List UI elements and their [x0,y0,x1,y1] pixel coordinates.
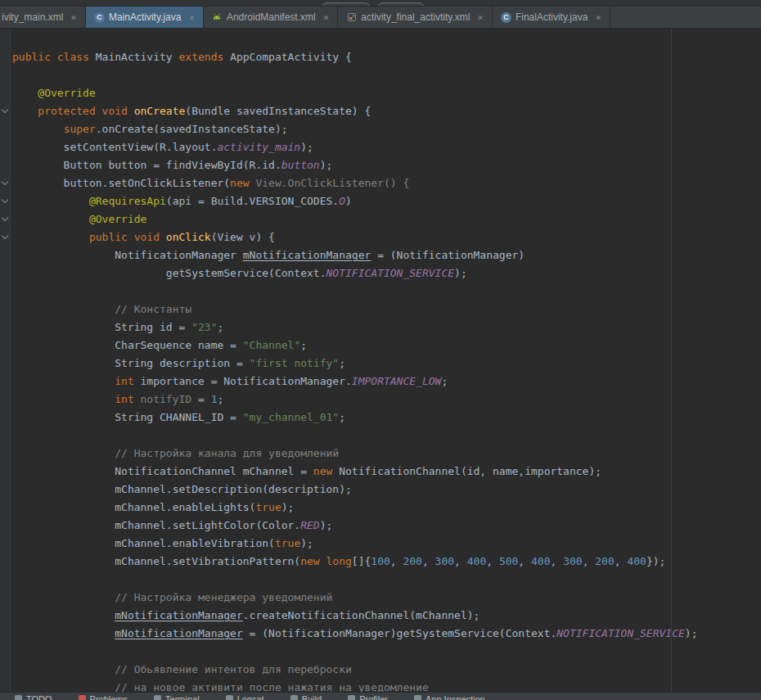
code-token: @Override [38,87,95,99]
code-token: mChannel.setVibrationPattern( [12,555,300,567]
code-token: extends [179,51,231,63]
code-line[interactable] [12,643,698,661]
code-token [12,303,115,315]
code-line[interactable]: CharSequence name = "Channel"; [12,336,698,355]
tab-label: FinalActivity.java [516,7,588,29]
code-line[interactable]: public class MainActivity extends AppCom… [12,48,698,66]
close-tab-icon[interactable]: ✕ [595,13,601,22]
code-line[interactable]: // Обьявление интентов для переброски [12,661,698,679]
editor-tab[interactable]: AndroidManifest.xml✕ [204,7,338,28]
close-tab-icon[interactable]: ✕ [477,13,484,22]
code-line[interactable] [12,571,698,589]
code-line[interactable]: setContentView(R.layout.activity_main); [12,138,698,156]
code-token [12,87,38,99]
editor-tab[interactable]: CMainActivity.java✕ [86,7,204,28]
tool-window-button[interactable]: Problems [79,694,128,700]
code-line[interactable]: mChannel.setLightColor(Color.RED); [12,517,698,535]
code-token: "Channel" [243,339,300,351]
code-token: Button button = findViewById(R.id. [12,159,281,171]
close-tab-icon[interactable]: ✕ [323,13,330,22]
code-token: 500 [499,555,518,567]
fold-arrow-icon[interactable] [2,178,8,185]
code-token [12,663,115,675]
code-line[interactable]: // Настройка канала для уведомлений [12,445,698,463]
code-token: NOTIFICATION_SERVICE [326,267,455,279]
editor-tab[interactable]: ivity_main.xml✕ [0,7,86,28]
code-token: RED [300,519,319,531]
code-line[interactable]: mNotificationManager.createNotificationC… [12,607,698,625]
code-token: mChannel.enableLights( [12,501,255,513]
code-line[interactable]: int importance = NotificationManager.IMP… [12,373,698,391]
code-token: button.setOnClickListener( [12,177,230,189]
code-token: MainActivity [96,51,179,63]
code-line[interactable]: @RequiresApi(api = Build.VERSION_CODES.O… [12,192,698,210]
code-line[interactable]: mChannel.setVibrationPattern(new long[]{… [12,553,698,571]
code-token: notifyID [141,393,192,405]
main-toolbar-clipped [0,0,761,7]
code-token: public void [89,231,166,243]
tool-window-button[interactable]: Profiler [348,694,388,700]
code-line[interactable]: super.onCreate(savedInstanceState); [12,120,698,138]
code-token [12,627,115,639]
code-token: new long [300,555,352,567]
tool-window-button[interactable]: TODO [15,694,52,700]
fold-arrow-icon[interactable] [2,106,8,113]
logcat-icon [226,695,233,700]
code-line[interactable]: public void onClick(View v) { [12,228,698,246]
code-line[interactable] [12,282,698,300]
code-line[interactable]: mChannel.setDescription(description); [12,481,698,499]
code-token: NOTIFICATION_SERVICE [556,627,685,639]
code-token: IMPORTANCE_LOW [352,375,442,387]
code-line[interactable]: mNotificationManager = (NotificationMana… [12,625,698,643]
code-line[interactable]: NotificationChannel mChannel = new Notif… [12,463,698,481]
fold-arrow-icon[interactable] [2,196,8,203]
code-line[interactable]: // на новое активити после нажатия на ув… [12,679,698,692]
code-token: String CHANNEL_ID = [12,411,243,423]
code-token: 400 [467,555,486,567]
code-lines[interactable]: public class MainActivity extends AppCom… [11,29,698,692]
code-line[interactable]: int notifyID = 1; [12,391,698,409]
code-line[interactable]: mChannel.enableVibration(true); [12,535,698,553]
code-line[interactable]: String description = "first notify"; [12,355,698,373]
editor-tab[interactable]: activity_final_activtity.xml✕ [338,7,493,28]
code-line[interactable]: // Константы [12,300,698,318]
code-token [12,195,89,207]
android-studio-window: ivity_main.xml✕CMainActivity.java✕Androi… [0,0,761,29]
tool-window-button[interactable]: App Inspection [414,694,485,700]
code-line[interactable]: protected void onCreate(Bundle savedInst… [12,102,698,120]
code-token: true [275,537,300,549]
code-line[interactable]: NotificationManager mNotificationManager… [12,246,698,264]
tool-window-button[interactable]: Terminal [154,694,200,700]
code-token: importance = NotificationManager. [141,375,352,387]
code-line[interactable]: mChannel.enableLights(true); [12,499,698,517]
code-token: ; [339,357,345,369]
code-line[interactable]: String id = "23"; [12,318,698,336]
toolbar-widget[interactable] [322,2,371,7]
tool-window-label: Terminal [165,694,200,700]
code-line[interactable]: getSystemService(Context.NOTIFICATION_SE… [12,264,698,282]
fold-arrow-icon[interactable] [2,233,8,239]
code-line[interactable]: // Настройка менеджера уведомлений [12,589,698,607]
code-token: = [191,393,210,405]
code-line[interactable] [12,427,698,445]
code-token [12,393,115,405]
code-line[interactable] [12,66,698,84]
code-line[interactable]: button.setOnClickListener(new View.OnCli… [12,174,698,192]
code-token [12,681,115,692]
code-line[interactable]: @Override [12,210,698,228]
tool-window-button[interactable]: Build [290,694,322,700]
code-token: "first notify" [250,357,340,369]
editor-tab[interactable]: CFinalActivity.java✕ [493,7,610,28]
code-line[interactable]: String CHANNEL_ID = "my_channel_01"; [12,409,698,427]
tool-window-button[interactable]: Logcat [226,694,264,700]
close-tab-icon[interactable]: ✕ [188,13,195,22]
code-token: .createNotificationChannel(mChannel); [243,609,480,621]
code-editor[interactable]: public class MainActivity extends AppCom… [0,29,761,692]
code-token: .onCreate(savedInstanceState); [96,123,288,135]
toolbar-widget[interactable] [377,2,425,7]
code-line[interactable]: @Override [12,84,698,102]
code-token: ); [300,537,313,549]
fold-arrow-icon[interactable] [2,215,8,221]
code-line[interactable]: Button button = findViewById(R.id.button… [12,156,698,174]
close-tab-icon[interactable]: ✕ [70,13,77,22]
